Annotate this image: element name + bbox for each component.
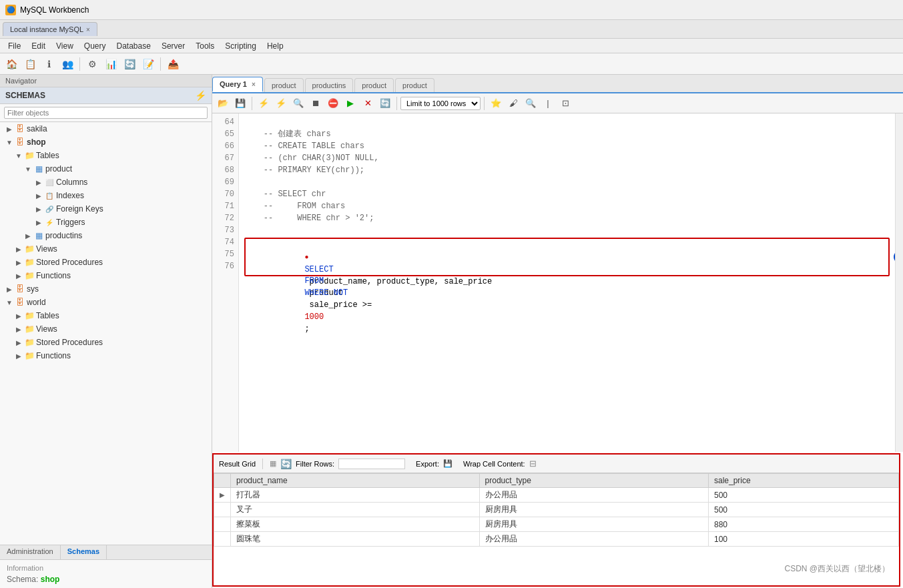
table-row[interactable]: 圆珠笔 办公用品 100: [214, 532, 899, 547]
query-tab-3[interactable]: productins: [305, 78, 354, 92]
export-icon[interactable]: 💾: [443, 459, 453, 468]
wrap-icon[interactable]: ⊟: [529, 459, 537, 469]
toolbar-manage-btn[interactable]: ⚙: [83, 55, 101, 73]
world-fn-icon: 📁: [24, 351, 35, 360]
q-brush-btn[interactable]: 🖌: [505, 95, 521, 111]
tree-item-triggers[interactable]: ▶ ⚡ Triggers: [0, 216, 212, 229]
schemas-label: SCHEMAS: [5, 91, 45, 100]
arrow-world-sp[interactable]: ▶: [15, 339, 23, 346]
tree-item-functions[interactable]: ▶ 📁 Functions: [0, 269, 212, 282]
q-stop-btn[interactable]: ⏹: [308, 95, 324, 111]
tree-item-world-views[interactable]: ▶ 📁 Views: [0, 322, 212, 336]
tree-item-foreignkeys[interactable]: ▶ 🔗 Foreign Keys: [0, 202, 212, 216]
tree-item-indexes[interactable]: ▶ 📋 Indexes: [0, 189, 212, 202]
tree-item-storedproc[interactable]: ▶ 📁 Stored Procedures: [0, 256, 212, 269]
limit-dropdown[interactable]: Limit to 1000 rows Limit to 200 rows Don…: [400, 97, 481, 110]
menu-edit[interactable]: Edit: [26, 40, 51, 52]
sql-line-70: -- SELECT chr: [244, 188, 890, 200]
query-tab-4[interactable]: product: [354, 78, 394, 92]
q-split-btn[interactable]: ⊡: [557, 95, 573, 111]
sql-content[interactable]: -- 创建表 chars -- CREATE TABLE chars -- (c…: [239, 113, 895, 452]
tab-schemas[interactable]: Schemas: [61, 545, 107, 559]
query-tab-1-close[interactable]: ×: [252, 81, 256, 88]
world-views-icon: 📁: [24, 324, 35, 334]
q-cancel-btn[interactable]: ✕: [360, 95, 376, 111]
toolbar-export-btn[interactable]: 📤: [164, 55, 182, 73]
arrow-world-views[interactable]: ▶: [15, 326, 23, 333]
arrow-sys[interactable]: ▶: [5, 286, 13, 293]
tree-item-views[interactable]: ▶ 📁 Views: [0, 242, 212, 256]
tree-item-world[interactable]: ▼ 🗄 world: [0, 296, 212, 309]
tree-item-sys[interactable]: ▶ 🗄 sys: [0, 282, 212, 296]
toolbar-tables-btn[interactable]: 📊: [102, 55, 119, 73]
tree-item-tables[interactable]: ▼ 📁 Tables: [0, 149, 212, 162]
arrow-foreignkeys[interactable]: ▶: [35, 206, 43, 213]
toolbar-migrate-btn[interactable]: 🔄: [121, 55, 138, 73]
menu-tools[interactable]: Tools: [190, 40, 220, 52]
refresh-icon[interactable]: 🔄: [280, 459, 292, 469]
filter-rows-input[interactable]: [338, 459, 405, 469]
menu-query[interactable]: Query: [79, 40, 111, 52]
arrow-tables[interactable]: ▼: [15, 152, 23, 160]
q-exec-sel-btn[interactable]: ⚡: [273, 95, 289, 111]
q-cols-btn[interactable]: |: [540, 95, 556, 111]
functions-icon: 📁: [24, 271, 35, 280]
table-row[interactable]: 擦菜板 厨房用具 880: [214, 517, 899, 532]
menu-database[interactable]: Database: [111, 40, 156, 52]
menu-help[interactable]: Help: [262, 40, 289, 52]
instance-tab-close[interactable]: ×: [86, 26, 90, 33]
query-tab-5[interactable]: product: [395, 78, 434, 92]
arrow-shop[interactable]: ▼: [5, 139, 13, 146]
tree-item-world-tables[interactable]: ▶ 📁 Tables: [0, 309, 212, 322]
sql-line-69: [244, 176, 890, 188]
toolbar-home-btn[interactable]: 🏠: [3, 55, 20, 73]
tab-administration[interactable]: Administration: [0, 545, 61, 559]
query-tab-1[interactable]: Query 1 ×: [212, 77, 263, 92]
tree-item-world-fn[interactable]: ▶ 📁 Functions: [0, 349, 212, 362]
editor-scrollbar[interactable]: [895, 113, 903, 452]
toolbar-sql-btn[interactable]: 📋: [21, 55, 39, 73]
toolbar-script-btn[interactable]: 📝: [139, 55, 157, 73]
arrow-triggers[interactable]: ▶: [35, 219, 43, 226]
arrow-functions[interactable]: ▶: [15, 272, 23, 280]
query-tab-2[interactable]: product: [264, 78, 304, 92]
toolbar-users-btn[interactable]: 👥: [59, 55, 76, 73]
q-save-btn[interactable]: 💾: [232, 95, 248, 111]
q-error-btn[interactable]: ⛔: [325, 95, 341, 111]
arrow-storedproc[interactable]: ▶: [15, 259, 23, 266]
q-star-btn[interactable]: ⭐: [488, 95, 504, 111]
filter-input[interactable]: [4, 107, 208, 119]
menu-file[interactable]: File: [3, 40, 26, 52]
toolbar-info-btn[interactable]: ℹ: [40, 55, 57, 73]
q-execute-btn[interactable]: ⚡: [256, 95, 272, 111]
arrow-world-tables[interactable]: ▶: [15, 312, 23, 320]
arrow-world[interactable]: ▼: [5, 299, 13, 306]
tree-item-columns[interactable]: ▶ ⬜ Columns: [0, 176, 212, 189]
q-explain-btn[interactable]: 🔍: [290, 95, 306, 111]
q-search-btn[interactable]: 🔍: [523, 95, 539, 111]
arrow-views[interactable]: ▶: [15, 246, 23, 253]
arrow-columns[interactable]: ▶: [35, 179, 43, 186]
tree-item-productins[interactable]: ▶ ▦ productins: [0, 229, 212, 242]
row-arrow-1: ▶: [214, 488, 231, 503]
menu-server[interactable]: Server: [156, 40, 190, 52]
schemas-icon[interactable]: ⚡: [195, 90, 206, 101]
table-row[interactable]: ▶ 打孔器 办公用品 500: [214, 488, 899, 503]
tree-item-sakila[interactable]: ▶ 🗄 sakila: [0, 122, 212, 135]
arrow-product[interactable]: ▼: [24, 166, 32, 173]
q-refresh-btn[interactable]: 🔄: [377, 95, 393, 111]
arrow-sakila[interactable]: ▶: [5, 125, 13, 133]
arrow-world-fn[interactable]: ▶: [15, 352, 23, 360]
tree-item-product[interactable]: ▼ ▦ product: [0, 162, 212, 176]
menu-view[interactable]: View: [51, 40, 79, 52]
table-row[interactable]: 叉子 厨房用具 500: [214, 503, 899, 517]
arrow-indexes[interactable]: ▶: [35, 192, 43, 200]
q-run-btn[interactable]: ▶: [342, 95, 358, 111]
tree-item-world-sp[interactable]: ▶ 📁 Stored Procedures: [0, 336, 212, 349]
instance-tab[interactable]: Local instance MySQL ×: [3, 22, 97, 36]
tree-item-shop[interactable]: ▼ 🗄 shop: [0, 135, 212, 149]
menu-scripting[interactable]: Scripting: [220, 40, 262, 52]
q-open-btn[interactable]: 📂: [215, 95, 231, 111]
row-arrow-2: [214, 503, 231, 517]
arrow-productins[interactable]: ▶: [24, 232, 32, 240]
